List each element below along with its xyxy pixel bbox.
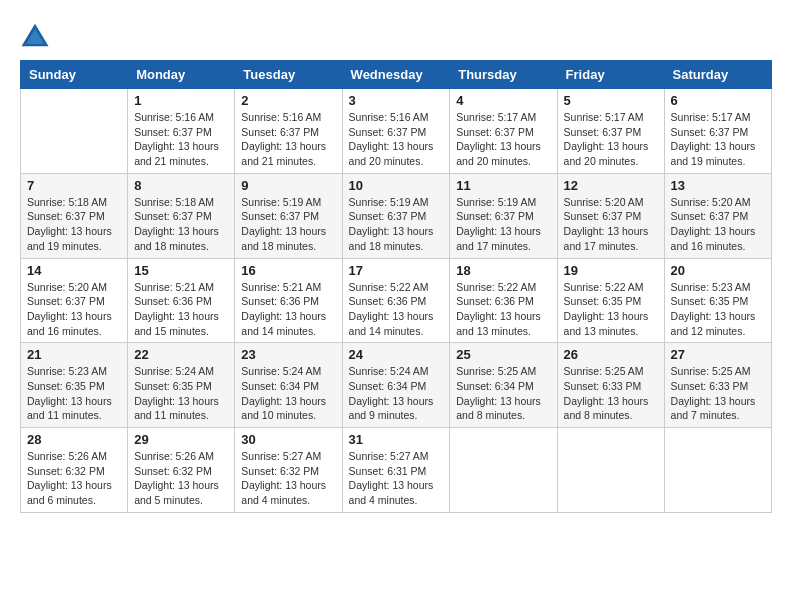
day-number: 12	[564, 178, 658, 193]
day-number: 24	[349, 347, 444, 362]
calendar-cell: 4Sunrise: 5:17 AM Sunset: 6:37 PM Daylig…	[450, 89, 557, 174]
day-info: Sunrise: 5:24 AM Sunset: 6:34 PM Dayligh…	[241, 364, 335, 423]
calendar-header-tuesday: Tuesday	[235, 61, 342, 89]
calendar-cell: 12Sunrise: 5:20 AM Sunset: 6:37 PM Dayli…	[557, 173, 664, 258]
day-info: Sunrise: 5:17 AM Sunset: 6:37 PM Dayligh…	[671, 110, 765, 169]
day-info: Sunrise: 5:16 AM Sunset: 6:37 PM Dayligh…	[349, 110, 444, 169]
day-number: 19	[564, 263, 658, 278]
day-info: Sunrise: 5:16 AM Sunset: 6:37 PM Dayligh…	[134, 110, 228, 169]
calendar-cell: 13Sunrise: 5:20 AM Sunset: 6:37 PM Dayli…	[664, 173, 771, 258]
logo-icon	[20, 20, 50, 50]
day-info: Sunrise: 5:20 AM Sunset: 6:37 PM Dayligh…	[27, 280, 121, 339]
calendar-header-monday: Monday	[128, 61, 235, 89]
page-header	[20, 20, 772, 50]
day-info: Sunrise: 5:20 AM Sunset: 6:37 PM Dayligh…	[564, 195, 658, 254]
day-info: Sunrise: 5:24 AM Sunset: 6:34 PM Dayligh…	[349, 364, 444, 423]
day-number: 27	[671, 347, 765, 362]
calendar-cell: 25Sunrise: 5:25 AM Sunset: 6:34 PM Dayli…	[450, 343, 557, 428]
day-info: Sunrise: 5:25 AM Sunset: 6:34 PM Dayligh…	[456, 364, 550, 423]
day-number: 18	[456, 263, 550, 278]
calendar-week-row: 14Sunrise: 5:20 AM Sunset: 6:37 PM Dayli…	[21, 258, 772, 343]
calendar-cell: 16Sunrise: 5:21 AM Sunset: 6:36 PM Dayli…	[235, 258, 342, 343]
calendar-week-row: 28Sunrise: 5:26 AM Sunset: 6:32 PM Dayli…	[21, 428, 772, 513]
day-number: 10	[349, 178, 444, 193]
calendar-header-row: SundayMondayTuesdayWednesdayThursdayFrid…	[21, 61, 772, 89]
day-number: 25	[456, 347, 550, 362]
calendar-cell: 18Sunrise: 5:22 AM Sunset: 6:36 PM Dayli…	[450, 258, 557, 343]
calendar-header-thursday: Thursday	[450, 61, 557, 89]
calendar-cell: 26Sunrise: 5:25 AM Sunset: 6:33 PM Dayli…	[557, 343, 664, 428]
calendar-cell: 3Sunrise: 5:16 AM Sunset: 6:37 PM Daylig…	[342, 89, 450, 174]
day-number: 5	[564, 93, 658, 108]
calendar-cell: 2Sunrise: 5:16 AM Sunset: 6:37 PM Daylig…	[235, 89, 342, 174]
calendar-week-row: 1Sunrise: 5:16 AM Sunset: 6:37 PM Daylig…	[21, 89, 772, 174]
day-info: Sunrise: 5:18 AM Sunset: 6:37 PM Dayligh…	[134, 195, 228, 254]
day-info: Sunrise: 5:17 AM Sunset: 6:37 PM Dayligh…	[564, 110, 658, 169]
calendar-cell: 5Sunrise: 5:17 AM Sunset: 6:37 PM Daylig…	[557, 89, 664, 174]
calendar-cell	[21, 89, 128, 174]
calendar-cell: 6Sunrise: 5:17 AM Sunset: 6:37 PM Daylig…	[664, 89, 771, 174]
day-number: 21	[27, 347, 121, 362]
calendar-header-friday: Friday	[557, 61, 664, 89]
calendar-header-wednesday: Wednesday	[342, 61, 450, 89]
day-info: Sunrise: 5:25 AM Sunset: 6:33 PM Dayligh…	[564, 364, 658, 423]
calendar-cell: 19Sunrise: 5:22 AM Sunset: 6:35 PM Dayli…	[557, 258, 664, 343]
calendar-cell: 27Sunrise: 5:25 AM Sunset: 6:33 PM Dayli…	[664, 343, 771, 428]
day-info: Sunrise: 5:26 AM Sunset: 6:32 PM Dayligh…	[27, 449, 121, 508]
day-info: Sunrise: 5:22 AM Sunset: 6:36 PM Dayligh…	[349, 280, 444, 339]
day-info: Sunrise: 5:18 AM Sunset: 6:37 PM Dayligh…	[27, 195, 121, 254]
calendar-cell: 14Sunrise: 5:20 AM Sunset: 6:37 PM Dayli…	[21, 258, 128, 343]
day-info: Sunrise: 5:19 AM Sunset: 6:37 PM Dayligh…	[456, 195, 550, 254]
day-number: 22	[134, 347, 228, 362]
calendar-table: SundayMondayTuesdayWednesdayThursdayFrid…	[20, 60, 772, 513]
day-number: 3	[349, 93, 444, 108]
day-number: 28	[27, 432, 121, 447]
day-number: 20	[671, 263, 765, 278]
day-number: 4	[456, 93, 550, 108]
day-number: 30	[241, 432, 335, 447]
calendar-cell: 11Sunrise: 5:19 AM Sunset: 6:37 PM Dayli…	[450, 173, 557, 258]
day-info: Sunrise: 5:25 AM Sunset: 6:33 PM Dayligh…	[671, 364, 765, 423]
day-info: Sunrise: 5:19 AM Sunset: 6:37 PM Dayligh…	[241, 195, 335, 254]
calendar-week-row: 21Sunrise: 5:23 AM Sunset: 6:35 PM Dayli…	[21, 343, 772, 428]
day-number: 2	[241, 93, 335, 108]
day-number: 23	[241, 347, 335, 362]
calendar-header-sunday: Sunday	[21, 61, 128, 89]
day-number: 14	[27, 263, 121, 278]
day-info: Sunrise: 5:26 AM Sunset: 6:32 PM Dayligh…	[134, 449, 228, 508]
day-number: 29	[134, 432, 228, 447]
calendar-cell: 1Sunrise: 5:16 AM Sunset: 6:37 PM Daylig…	[128, 89, 235, 174]
day-number: 17	[349, 263, 444, 278]
day-number: 26	[564, 347, 658, 362]
day-info: Sunrise: 5:22 AM Sunset: 6:35 PM Dayligh…	[564, 280, 658, 339]
day-number: 7	[27, 178, 121, 193]
calendar-cell: 10Sunrise: 5:19 AM Sunset: 6:37 PM Dayli…	[342, 173, 450, 258]
calendar-cell: 15Sunrise: 5:21 AM Sunset: 6:36 PM Dayli…	[128, 258, 235, 343]
day-number: 1	[134, 93, 228, 108]
calendar-cell	[664, 428, 771, 513]
day-number: 9	[241, 178, 335, 193]
day-info: Sunrise: 5:24 AM Sunset: 6:35 PM Dayligh…	[134, 364, 228, 423]
calendar-cell: 20Sunrise: 5:23 AM Sunset: 6:35 PM Dayli…	[664, 258, 771, 343]
calendar-cell: 8Sunrise: 5:18 AM Sunset: 6:37 PM Daylig…	[128, 173, 235, 258]
calendar-week-row: 7Sunrise: 5:18 AM Sunset: 6:37 PM Daylig…	[21, 173, 772, 258]
calendar-cell: 17Sunrise: 5:22 AM Sunset: 6:36 PM Dayli…	[342, 258, 450, 343]
calendar-cell	[557, 428, 664, 513]
calendar-cell: 23Sunrise: 5:24 AM Sunset: 6:34 PM Dayli…	[235, 343, 342, 428]
calendar-header-saturday: Saturday	[664, 61, 771, 89]
day-info: Sunrise: 5:23 AM Sunset: 6:35 PM Dayligh…	[671, 280, 765, 339]
calendar-cell: 31Sunrise: 5:27 AM Sunset: 6:31 PM Dayli…	[342, 428, 450, 513]
day-info: Sunrise: 5:22 AM Sunset: 6:36 PM Dayligh…	[456, 280, 550, 339]
day-info: Sunrise: 5:17 AM Sunset: 6:37 PM Dayligh…	[456, 110, 550, 169]
calendar-cell: 9Sunrise: 5:19 AM Sunset: 6:37 PM Daylig…	[235, 173, 342, 258]
day-info: Sunrise: 5:16 AM Sunset: 6:37 PM Dayligh…	[241, 110, 335, 169]
day-number: 31	[349, 432, 444, 447]
calendar-cell: 7Sunrise: 5:18 AM Sunset: 6:37 PM Daylig…	[21, 173, 128, 258]
day-number: 16	[241, 263, 335, 278]
day-number: 13	[671, 178, 765, 193]
calendar-cell: 24Sunrise: 5:24 AM Sunset: 6:34 PM Dayli…	[342, 343, 450, 428]
calendar-cell: 28Sunrise: 5:26 AM Sunset: 6:32 PM Dayli…	[21, 428, 128, 513]
day-info: Sunrise: 5:27 AM Sunset: 6:32 PM Dayligh…	[241, 449, 335, 508]
day-info: Sunrise: 5:21 AM Sunset: 6:36 PM Dayligh…	[134, 280, 228, 339]
day-number: 15	[134, 263, 228, 278]
